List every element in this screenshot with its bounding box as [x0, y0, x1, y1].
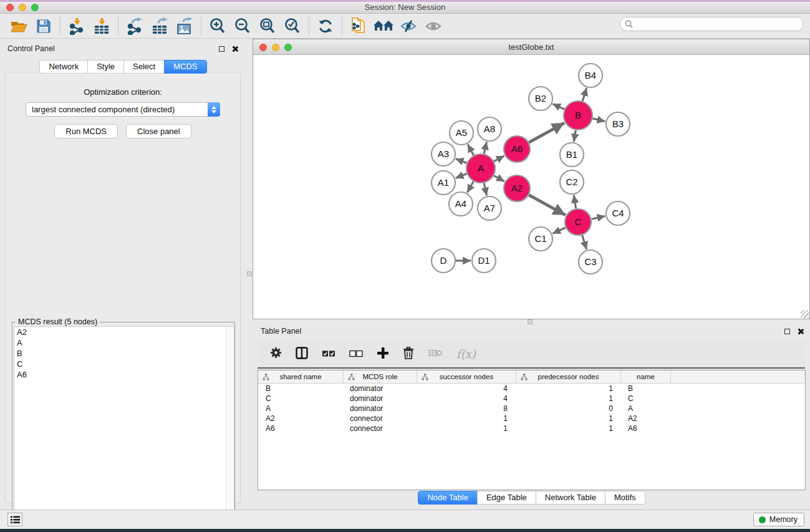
graph-edge-C-C3[interactable]	[582, 235, 587, 249]
refresh-button[interactable]	[313, 16, 338, 36]
graph-node-B2[interactable]: B2	[529, 87, 552, 110]
graph-edge-B-B3[interactable]	[592, 118, 605, 121]
table-row[interactable]: Bdominator41B	[258, 384, 805, 394]
graph-node-C4[interactable]: C4	[606, 201, 630, 225]
show-column-icon[interactable]	[296, 347, 308, 362]
vertical-splitter-handle[interactable]	[247, 271, 252, 276]
graph-node-A7[interactable]: A7	[478, 196, 501, 220]
result-list-item[interactable]: A6	[14, 369, 234, 380]
graph-node-C1[interactable]: C1	[529, 227, 552, 251]
table-row[interactable]: A6connector11A6	[258, 423, 805, 433]
export-table-button[interactable]	[147, 16, 172, 36]
delete-column-trash-icon[interactable]	[403, 347, 414, 362]
add-column-icon[interactable]	[377, 347, 389, 362]
network-window-titlebar[interactable]: testGlobe.txt	[253, 39, 809, 55]
close-panel-icon[interactable]	[231, 46, 238, 52]
zoom-out-button[interactable]	[230, 16, 255, 36]
network-close-button[interactable]	[259, 44, 267, 51]
zoom-window-button[interactable]	[31, 4, 39, 11]
table-float-icon[interactable]	[784, 329, 790, 334]
table-settings-gear-icon[interactable]	[270, 347, 282, 361]
result-list-item[interactable]: B	[14, 348, 234, 359]
show-graphics-details-button[interactable]	[421, 16, 446, 36]
optimization-criterion-dropdown[interactable]: largest connected component (directed)	[26, 102, 220, 117]
window-resize-grip[interactable]	[801, 310, 809, 318]
network-graph[interactable]: B4B2BB3A5A8A6B1A3AC2A1A2A4A7C4CC1C3DD1	[253, 56, 809, 319]
memory-button[interactable]: Memory	[753, 513, 804, 526]
network-zoom-button[interactable]	[284, 44, 292, 51]
graph-node-D1[interactable]: D1	[472, 249, 496, 273]
graph-node-A4[interactable]: A4	[449, 192, 473, 216]
run-mcds-button[interactable]: Run MCDS	[54, 124, 118, 138]
result-list-item[interactable]: C	[14, 359, 234, 369]
graph-node-A6[interactable]: A6	[504, 136, 530, 162]
tab-network-table[interactable]: Network Table	[536, 491, 605, 505]
column-header-shared-name[interactable]: shared name	[258, 370, 344, 383]
column-header-predecessor-nodes[interactable]: predecessor nodes	[516, 370, 621, 383]
graph-edge-B-B2[interactable]	[552, 104, 564, 110]
graph-node-A[interactable]: A	[466, 154, 495, 183]
search-field[interactable]	[620, 17, 804, 31]
select-all-checkboxes-icon[interactable]	[322, 349, 335, 360]
export-network-button[interactable]	[122, 16, 147, 36]
save-session-button[interactable]	[31, 16, 56, 36]
graph-edge-B-B4[interactable]	[582, 88, 587, 101]
graph-edge-A-A5[interactable]	[468, 144, 474, 155]
graph-edge-A-A1[interactable]	[456, 174, 467, 178]
graph-edge-B-B1[interactable]	[574, 130, 576, 142]
graph-node-C[interactable]: C	[565, 209, 591, 235]
graph-node-C2[interactable]: C2	[560, 170, 584, 194]
clone-network-button[interactable]	[346, 16, 371, 36]
tab-node-table[interactable]: Node Table	[418, 491, 478, 505]
search-input[interactable]	[636, 20, 803, 29]
hide-graphics-details-button[interactable]	[396, 16, 421, 36]
table-row[interactable]: Cdominator41C	[258, 394, 805, 404]
close-panel-button[interactable]: Close panel	[126, 124, 191, 138]
export-image-button[interactable]	[172, 16, 197, 36]
graph-node-B3[interactable]: B3	[606, 112, 630, 136]
zoom-in-button[interactable]	[205, 16, 230, 36]
network-minimize-button[interactable]	[272, 44, 279, 51]
graph-edge-A6-B[interactable]	[529, 123, 564, 142]
graph-edge-A-A2[interactable]	[494, 176, 504, 181]
tab-network[interactable]: Network	[39, 60, 88, 74]
close-window-button[interactable]	[6, 4, 14, 11]
graph-edge-C-C1[interactable]	[552, 228, 566, 233]
graph-edge-A-A3[interactable]	[456, 159, 467, 163]
tab-select[interactable]: Select	[123, 60, 165, 74]
table-row[interactable]: A2connector11A2	[258, 414, 805, 423]
graph-edge-C-C4[interactable]	[591, 216, 605, 219]
graph-node-B1[interactable]: B1	[560, 143, 584, 167]
graph-node-A2[interactable]: A2	[504, 175, 530, 201]
graph-node-A3[interactable]: A3	[432, 142, 455, 166]
graph-edge-A-A8[interactable]	[484, 142, 486, 153]
zoom-fit-button[interactable]	[255, 16, 280, 36]
graph-edge-A-A6[interactable]	[494, 156, 504, 162]
home-button[interactable]	[371, 16, 396, 36]
zoom-selected-button[interactable]	[280, 16, 305, 36]
import-table-button[interactable]	[89, 16, 114, 36]
result-list-item[interactable]: A	[14, 337, 234, 348]
task-history-button[interactable]	[7, 513, 22, 526]
tab-edge-table[interactable]: Edge Table	[477, 491, 536, 505]
network-canvas[interactable]: B4B2BB3A5A8A6B1A3AC2A1A2A4A7C4CC1C3DD1	[253, 56, 809, 319]
graph-node-C3[interactable]: C3	[579, 250, 602, 274]
column-header-MCDS-role[interactable]: MCDS role	[344, 370, 417, 383]
tab-style[interactable]: Style	[87, 60, 124, 74]
graph-edge-A-A4[interactable]	[467, 181, 473, 193]
table-row[interactable]: Adominator80A	[258, 404, 805, 414]
deselect-all-checkboxes-icon[interactable]	[349, 349, 363, 360]
table-close-icon[interactable]	[797, 328, 804, 335]
graph-node-A1[interactable]: A1	[432, 171, 455, 195]
result-list-item[interactable]: A2	[14, 327, 234, 337]
tab-motifs[interactable]: Motifs	[605, 491, 645, 505]
graph-node-B[interactable]: B	[564, 101, 592, 130]
column-header-name[interactable]: name	[621, 370, 671, 383]
minimize-window-button[interactable]	[19, 4, 26, 11]
graph-edge-A2-C[interactable]	[529, 195, 566, 215]
open-session-button[interactable]	[6, 16, 31, 36]
column-header-successor-nodes[interactable]: successor nodes	[417, 370, 516, 383]
graph-edge-A-A7[interactable]	[484, 183, 486, 195]
float-panel-icon[interactable]	[219, 46, 224, 52]
graph-node-A8[interactable]: A8	[478, 117, 501, 141]
